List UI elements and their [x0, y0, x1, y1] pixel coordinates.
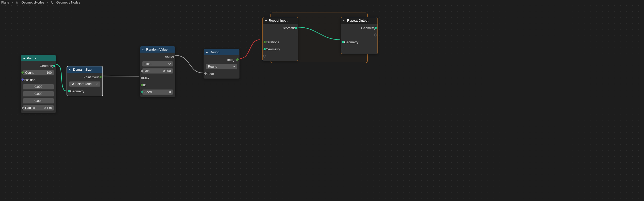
- node-header[interactable]: Repeat Output: [341, 17, 378, 24]
- socket-extend-out[interactable]: [374, 34, 377, 36]
- svg-point-5: [72, 83, 73, 84]
- pos-y-field[interactable]: 0.000: [23, 91, 54, 97]
- chevron-down-icon: [206, 51, 208, 54]
- node-round[interactable]: Round Integer Round Float: [203, 49, 240, 79]
- svg-point-7: [72, 84, 73, 85]
- breadcrumb-sep: ›: [12, 1, 13, 4]
- socket-label: Geometry: [282, 26, 296, 30]
- pos-z-field[interactable]: 0.000: [23, 98, 54, 104]
- node-header[interactable]: Random Value: [140, 46, 175, 53]
- node-title: Domain Size: [73, 68, 92, 71]
- socket-label: Float: [207, 72, 214, 76]
- breadcrumb-sep: ›: [47, 1, 48, 4]
- node-header[interactable]: Domain Size: [67, 66, 102, 73]
- modifier-icon: [15, 1, 19, 4]
- breadcrumb-item[interactable]: GeometryNodes: [21, 1, 44, 4]
- socket-label: Geometry: [344, 40, 358, 44]
- node-header[interactable]: Repeat Input: [263, 17, 298, 24]
- node-title: Repeat Input: [269, 19, 287, 22]
- node-title: Points: [27, 56, 36, 60]
- pos-x-field[interactable]: 0.000: [23, 84, 54, 90]
- chevron-down-icon: [69, 68, 72, 71]
- domain-mode-select[interactable]: Point Cloud: [69, 81, 100, 87]
- socket-label: Geometry: [70, 89, 84, 93]
- socket-label: Geometry: [266, 47, 280, 51]
- seed-field[interactable]: Seed 0: [142, 89, 173, 95]
- socket-geometry-in[interactable]: [342, 41, 344, 44]
- nodetree-icon: [50, 1, 54, 4]
- node-canvas[interactable]: Points Geometry Count 100 Position: 0.00…: [0, 0, 644, 201]
- svg-point-8: [73, 85, 74, 85]
- count-field[interactable]: Count 100: [23, 70, 54, 75]
- socket-extend-out[interactable]: [295, 34, 297, 36]
- socket-label: Position:: [24, 78, 36, 82]
- node-points[interactable]: Points Geometry Count 100 Position: 0.00…: [21, 55, 56, 113]
- node-random-value[interactable]: Random Value Value Float Min 0.000: [140, 46, 175, 97]
- svg-rect-3: [51, 2, 52, 3]
- socket-extend-in[interactable]: [342, 48, 344, 51]
- socket-geometry-out[interactable]: [374, 27, 377, 29]
- node-repeat-input[interactable]: Repeat Input Geometry Iterations Geometr…: [262, 17, 298, 61]
- svg-rect-4: [52, 3, 53, 4]
- chevron-down-icon: [168, 63, 171, 65]
- breadcrumb: Plane › GeometryNodes › Geometry Nodes: [1, 0, 80, 5]
- chevron-down-icon: [23, 57, 25, 60]
- node-title: Round: [210, 50, 219, 54]
- node-header[interactable]: Round: [204, 49, 239, 55]
- node-domain-size[interactable]: Domain Size Point Count Point Cloud Geom…: [67, 66, 103, 96]
- node-repeat-output[interactable]: Repeat Output Geometry Geometry: [341, 17, 378, 54]
- socket-label: Geometry: [361, 26, 375, 30]
- socket-pointcount-out[interactable]: [99, 76, 102, 78]
- socket-geometry-out[interactable]: [295, 27, 297, 29]
- randval-type-select[interactable]: Float: [142, 61, 173, 67]
- node-title: Random Value: [146, 48, 168, 51]
- socket-extend-in[interactable]: [263, 55, 266, 58]
- breadcrumb-item[interactable]: Plane: [1, 1, 9, 4]
- socket-geometry-in[interactable]: [263, 48, 266, 51]
- breadcrumb-item[interactable]: Geometry Nodes: [56, 1, 80, 4]
- radius-field[interactable]: Radius 0.1 m: [23, 105, 54, 111]
- svg-point-1: [17, 2, 18, 3]
- svg-rect-2: [16, 3, 18, 4]
- socket-label: Max: [143, 76, 149, 80]
- pointcloud-icon: [71, 83, 74, 86]
- node-title: Repeat Output: [347, 19, 368, 22]
- chevron-down-icon: [343, 19, 346, 22]
- socket-label: Iterations: [266, 40, 279, 44]
- svg-point-6: [73, 83, 74, 84]
- svg-point-0: [16, 2, 17, 3]
- chevron-down-icon: [96, 83, 98, 85]
- node-header[interactable]: Points: [21, 55, 56, 61]
- min-field[interactable]: Min 0.000: [142, 68, 173, 74]
- chevron-down-icon: [265, 19, 267, 22]
- round-mode-select[interactable]: Round: [206, 64, 237, 69]
- chevron-down-icon: [233, 65, 235, 68]
- socket-geometry-out[interactable]: [53, 64, 56, 67]
- chevron-down-icon: [142, 48, 145, 51]
- socket-label: Point Count: [83, 75, 100, 79]
- socket-label: Geometry: [40, 64, 54, 68]
- socket-iterations-in[interactable]: [263, 41, 266, 44]
- socket-geometry-in[interactable]: [68, 90, 70, 93]
